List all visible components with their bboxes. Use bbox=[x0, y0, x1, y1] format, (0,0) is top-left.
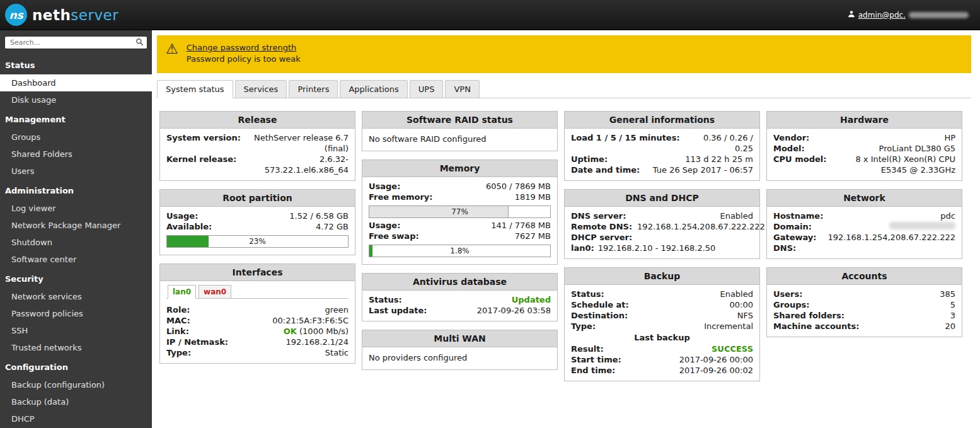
row-mac: MAC: 00:21:5A:F3:F6:5C bbox=[166, 315, 349, 326]
sidebar-item-users[interactable]: Users bbox=[0, 163, 152, 180]
panel-body: Vendor: HP Model: ProLiant DL380 G5 CPU … bbox=[767, 129, 962, 180]
panel-title: DNS and DHCP bbox=[565, 190, 759, 207]
panel-title: Root partition bbox=[160, 190, 355, 207]
row-label: Available: bbox=[166, 221, 212, 232]
row-label: Remote DNS: bbox=[571, 221, 632, 232]
row-label: DNS: bbox=[773, 243, 796, 253]
row-label: Model: bbox=[773, 143, 805, 154]
row-value: ProLiant DL380 G5 bbox=[879, 143, 955, 154]
change-password-strength-link[interactable]: Change password strength bbox=[187, 43, 297, 52]
row-value: 00:00 bbox=[730, 299, 753, 310]
panel-title: General informations bbox=[565, 112, 759, 129]
row-machine-accounts: Machine accounts: 20 bbox=[773, 321, 955, 332]
sidebar-search bbox=[4, 35, 147, 49]
row-ip-netmask: IP / Netmask: 192.168.2.1/24 bbox=[166, 337, 349, 347]
row-value: SUCCESS bbox=[712, 344, 753, 354]
row-label: DNS server: bbox=[571, 211, 626, 221]
row-domain: Domain: bbox=[773, 221, 955, 232]
panel-body: System version: NethServer release 6.7 (… bbox=[160, 129, 355, 180]
sidebar-item-network-package-manager[interactable]: Network Package Manager bbox=[0, 217, 152, 234]
row-label: Type: bbox=[571, 321, 596, 332]
sidebar-item-backup-data[interactable]: Backup (data) bbox=[0, 393, 152, 410]
row-role: Role: green bbox=[166, 304, 349, 315]
sidebar-item-dashboard[interactable]: Dashboard bbox=[0, 74, 152, 91]
sidebar-section-administration: Administration bbox=[0, 180, 152, 200]
panel-body: Hostname: pdc Domain: Gateway: 192.168.1… bbox=[767, 207, 962, 258]
interface-tabs: lan0 wan0 bbox=[166, 285, 349, 299]
row-label: Link: bbox=[166, 326, 189, 337]
panel-general-informations: General informations Load 1 / 5 / 15 min… bbox=[564, 111, 760, 181]
row-value: Updated bbox=[512, 294, 551, 305]
row-value: NethServer release 6.7 (final) bbox=[246, 132, 349, 154]
panel-title: Memory bbox=[362, 160, 557, 177]
row-label: End time: bbox=[571, 365, 615, 376]
tab-applications[interactable]: Applications bbox=[340, 80, 407, 98]
row-value: Enabled bbox=[720, 289, 753, 299]
sidebar: Status Dashboard Disk usage Management G… bbox=[0, 30, 152, 428]
sidebar-section-configuration: Configuration bbox=[0, 356, 152, 376]
interface-tab-lan0[interactable]: lan0 bbox=[168, 285, 196, 299]
warning-icon: ⚠ bbox=[166, 41, 178, 57]
panel-network: Network Hostname: pdc Domain: Gateway: 1… bbox=[766, 189, 962, 259]
row-schedule: Schedule at: 00:00 bbox=[571, 299, 753, 310]
row-value bbox=[889, 221, 955, 232]
tab-printers[interactable]: Printers bbox=[289, 80, 338, 98]
row-vendor: Vendor: HP bbox=[773, 132, 955, 143]
row-label: Uptime: bbox=[571, 154, 608, 165]
sidebar-item-shutdown[interactable]: Shutdown bbox=[0, 234, 152, 251]
row-label: MAC: bbox=[166, 315, 190, 326]
sidebar-item-software-center[interactable]: Software center bbox=[0, 251, 152, 268]
row-av-status: Status: Updated bbox=[369, 294, 551, 305]
panel-body: Load 1 / 5 / 15 minutes: 0.36 / 0.26 / 0… bbox=[565, 129, 759, 180]
row-start-time: Start time: 2017-09-26 00:00 bbox=[571, 354, 753, 365]
row-value: 192.168.2.1/24 bbox=[286, 337, 349, 347]
sidebar-item-disk-usage[interactable]: Disk usage bbox=[0, 91, 152, 108]
row-label: System version: bbox=[166, 132, 241, 154]
panel-title: Software RAID status bbox=[362, 112, 557, 129]
tab-system-status[interactable]: System status bbox=[157, 80, 233, 98]
sidebar-item-password-policies[interactable]: Password policies bbox=[0, 305, 152, 322]
row-value: HP bbox=[944, 132, 955, 143]
dashboard-content: Release System version: NethServer relea… bbox=[152, 98, 980, 394]
tab-services[interactable]: Services bbox=[235, 80, 287, 98]
panel-memory: Memory Usage: 6050 / 7869 MB Free memory… bbox=[362, 159, 558, 265]
sidebar-item-trusted-networks[interactable]: Trusted networks bbox=[0, 339, 152, 356]
sidebar-item-backup-configuration[interactable]: Backup (configuration) bbox=[0, 376, 152, 393]
search-input[interactable] bbox=[4, 36, 147, 49]
row-label: Usage: bbox=[369, 220, 400, 231]
sidebar-item-dhcp[interactable]: DHCP bbox=[0, 410, 152, 427]
sidebar-item-ssh[interactable]: SSH bbox=[0, 322, 152, 339]
interface-tab-wan0[interactable]: wan0 bbox=[199, 285, 231, 299]
row-value: 192.168.1.254,208.67.222.222 bbox=[637, 221, 765, 232]
sidebar-item-network-services[interactable]: Network services bbox=[0, 288, 152, 305]
row-value: 141 / 7768 MB bbox=[491, 220, 551, 231]
row-free-swap: Free swap: 7627 MB bbox=[369, 231, 551, 241]
row-result: Result: SUCCESS bbox=[571, 344, 753, 354]
row-label: Usage: bbox=[166, 211, 198, 221]
panel-title: Hardware bbox=[767, 112, 962, 129]
search-icon[interactable] bbox=[135, 38, 144, 46]
panel-title: Multi WAN bbox=[362, 330, 557, 347]
row-load: Load 1 / 5 / 15 minutes: 0.36 / 0.26 / 0… bbox=[571, 132, 753, 154]
panel-software-raid: Software RAID status No software RAID co… bbox=[362, 111, 558, 151]
tab-vpn[interactable]: VPN bbox=[445, 80, 479, 98]
row-dhcp-server: DHCP server: bbox=[571, 232, 753, 243]
row-value: 1819 MB bbox=[515, 192, 551, 202]
row-value: Incremental bbox=[704, 321, 753, 332]
row-cpu-model: CPU model: 8 x Intel(R) Xeon(R) CPU E534… bbox=[773, 154, 955, 175]
user-menu[interactable]: admin@pdc. bbox=[848, 10, 969, 20]
row-value: green bbox=[325, 304, 349, 315]
sidebar-item-groups[interactable]: Groups bbox=[0, 129, 152, 146]
row-label: Groups: bbox=[773, 299, 810, 310]
row-label: Gateway: bbox=[773, 232, 817, 243]
panel-body: Status: Updated Last update: 2017-09-26 … bbox=[362, 291, 557, 321]
row-value: 7627 MB bbox=[515, 231, 551, 241]
row-hostname: Hostname: pdc bbox=[773, 211, 955, 221]
row-value: pdc bbox=[940, 211, 955, 221]
sidebar-item-shared-folders[interactable]: Shared Folders bbox=[0, 146, 152, 163]
tab-ups[interactable]: UPS bbox=[410, 80, 444, 98]
sidebar-item-log-viewer[interactable]: Log viewer bbox=[0, 200, 152, 217]
panel-title: Interfaces bbox=[160, 264, 355, 281]
row-users: Users: 385 bbox=[773, 289, 955, 299]
row-shared-folders: Shared folders: 3 bbox=[773, 310, 955, 321]
